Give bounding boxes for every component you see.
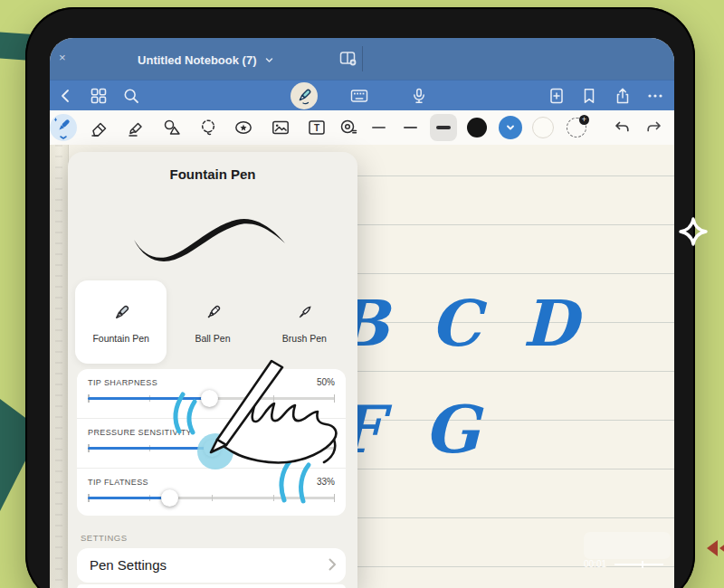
pen-card-fountain[interactable]: Fountain Pen bbox=[75, 280, 167, 364]
handwriting-line-2: F G bbox=[335, 391, 490, 468]
slider-value: 7% bbox=[322, 427, 335, 437]
pen-settings-row[interactable]: Pen Settings bbox=[77, 548, 346, 583]
slider-label: TIP FLATNESS bbox=[88, 478, 148, 487]
color-swatch-white[interactable] bbox=[529, 114, 557, 141]
slider-label: PRESSURE SENSITIVITY bbox=[88, 428, 192, 437]
redo-button[interactable] bbox=[641, 114, 668, 141]
tool-sticker[interactable] bbox=[230, 114, 257, 141]
tool-text[interactable]: T bbox=[303, 114, 330, 141]
stroke-preview bbox=[102, 208, 310, 280]
chevron-right-icon bbox=[328, 557, 337, 572]
microphone-icon[interactable] bbox=[410, 87, 428, 105]
more-icon[interactable] bbox=[646, 87, 664, 105]
tool-pen-selected[interactable] bbox=[50, 114, 77, 141]
tab-divider bbox=[362, 46, 363, 71]
notebook-tab[interactable]: Untitled Notebook (7) bbox=[50, 52, 362, 68]
back-icon[interactable] bbox=[57, 87, 75, 105]
thickness-thick-selected[interactable] bbox=[430, 114, 457, 141]
screenshot-stage: × Untitled Notebook (7) bbox=[0, 0, 724, 588]
text-tool-glyph: T bbox=[314, 123, 319, 133]
plus-badge-icon: + bbox=[579, 115, 589, 125]
thickness-medium[interactable] bbox=[396, 114, 424, 141]
slider-track[interactable] bbox=[88, 447, 335, 450]
tool-highlighter[interactable] bbox=[122, 114, 149, 141]
slider-track[interactable] bbox=[88, 497, 335, 499]
drawing-toolbar: T + bbox=[50, 110, 674, 146]
popup-title: Fountain Pen bbox=[68, 166, 357, 182]
pen-type-selector: Fountain Pen Ball Pen Brush Pen bbox=[75, 280, 350, 364]
active-pen-tool-button[interactable] bbox=[291, 82, 318, 109]
slider-tip-sharpness[interactable]: TIP SHARPNESS 50% bbox=[77, 369, 346, 418]
pen-card-brush[interactable]: Brush Pen bbox=[259, 280, 350, 364]
settings-section-header: SETTINGS bbox=[81, 533, 128, 543]
background-ribbon-bottom bbox=[0, 399, 27, 511]
main-toolbar bbox=[50, 80, 674, 111]
tool-image[interactable] bbox=[267, 114, 294, 141]
split-view-icon[interactable] bbox=[338, 48, 359, 70]
color-swatch-blue-selected[interactable] bbox=[497, 114, 524, 141]
pen-settings-popup: Fountain Pen Fountain Pen bbox=[68, 152, 357, 588]
fountain-pen-icon bbox=[110, 301, 133, 325]
tablet-screen: × Untitled Notebook (7) bbox=[50, 38, 674, 588]
tool-lasso[interactable] bbox=[195, 114, 222, 141]
tool-eraser[interactable] bbox=[86, 114, 113, 141]
ball-pen-icon bbox=[201, 301, 224, 325]
tool-shapes[interactable] bbox=[158, 114, 186, 141]
tablet-frame: × Untitled Notebook (7) bbox=[25, 7, 695, 588]
thickness-thin[interactable] bbox=[365, 114, 392, 141]
rewind-icon[interactable] bbox=[705, 538, 724, 558]
player-time: 00:01 bbox=[584, 559, 606, 569]
sliders-card: TIP SHARPNESS 50% PRESSURE SENSITIVITY 7… bbox=[77, 369, 346, 516]
chevron-down-icon bbox=[264, 55, 274, 65]
slider-tip-flatness[interactable]: TIP FLATNESS 33% bbox=[77, 468, 346, 517]
pen-settings-label: Pen Settings bbox=[90, 557, 167, 573]
add-page-icon[interactable] bbox=[548, 87, 566, 105]
share-icon[interactable] bbox=[614, 87, 632, 105]
slider-thumb[interactable] bbox=[201, 390, 218, 407]
search-icon[interactable] bbox=[122, 87, 140, 105]
pen-icon bbox=[294, 86, 314, 106]
keyboard-icon[interactable] bbox=[350, 87, 368, 105]
slider-label: TIP SHARPNESS bbox=[88, 378, 157, 387]
thumbnails-grid-icon[interactable] bbox=[90, 87, 108, 105]
sparkle-cursor-icon bbox=[677, 215, 710, 248]
pen-icon bbox=[52, 116, 74, 139]
chevron-down-icon bbox=[505, 122, 516, 133]
slider-value: 33% bbox=[317, 477, 335, 487]
tool-tape[interactable] bbox=[335, 114, 362, 141]
notebook-title: Untitled Notebook (7) bbox=[138, 53, 256, 67]
slider-pressure-sensitivity[interactable]: PRESSURE SENSITIVITY 7% bbox=[77, 418, 346, 468]
pen-card-label: Ball Pen bbox=[195, 333, 230, 344]
color-swatch-black[interactable] bbox=[463, 114, 491, 141]
slider-track[interactable] bbox=[88, 397, 335, 400]
pen-card-label: Fountain Pen bbox=[92, 333, 148, 344]
page-edge bbox=[50, 145, 69, 588]
player-scrubber[interactable]: 00:01 bbox=[584, 559, 663, 569]
handwriting-line-1: B C D bbox=[335, 286, 587, 361]
slider-value: 50% bbox=[317, 377, 335, 387]
slider-thumb[interactable] bbox=[204, 440, 221, 457]
pen-card-label: Brush Pen bbox=[282, 333, 327, 344]
tab-bar: × Untitled Notebook (7) bbox=[50, 38, 674, 80]
player-overlay bbox=[584, 532, 671, 559]
brush-pen-icon bbox=[292, 301, 316, 325]
slider-thumb[interactable] bbox=[161, 489, 178, 507]
undo-button[interactable] bbox=[608, 114, 635, 141]
next-settings-row-partial bbox=[77, 584, 346, 588]
add-color-button[interactable]: + bbox=[563, 114, 590, 141]
bookmark-icon[interactable] bbox=[580, 87, 598, 105]
pen-card-ball[interactable]: Ball Pen bbox=[167, 280, 258, 364]
player-progress-bar[interactable] bbox=[614, 564, 663, 565]
